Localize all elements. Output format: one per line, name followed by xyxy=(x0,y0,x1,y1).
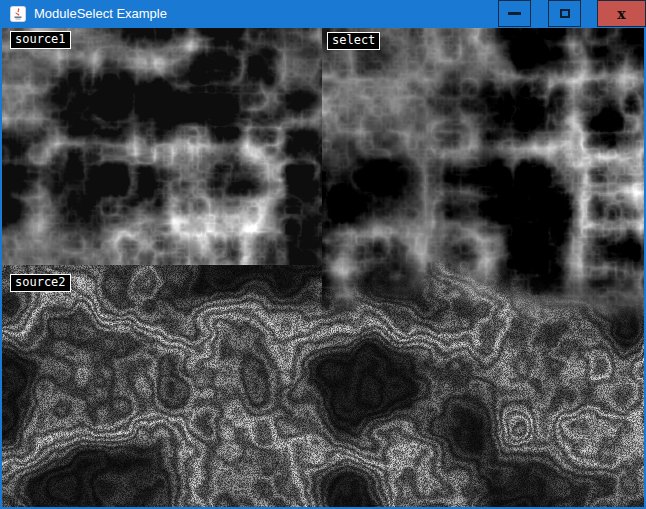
source2-label: source2 xyxy=(10,274,71,292)
select-label: select xyxy=(327,32,380,50)
source1-label: source1 xyxy=(10,31,71,49)
close-button[interactable]: x xyxy=(597,0,646,27)
app-window: ModuleSelect Example x source1 select so… xyxy=(0,0,646,509)
titlebar[interactable]: ModuleSelect Example x xyxy=(0,0,646,28)
minimize-icon xyxy=(508,12,521,15)
maximize-icon xyxy=(560,9,570,18)
close-icon: x xyxy=(617,7,625,21)
window-title: ModuleSelect Example xyxy=(34,0,167,28)
source1-inset-canvas xyxy=(2,28,322,265)
minimize-button[interactable] xyxy=(498,0,531,27)
render-viewport: source1 select source2 xyxy=(2,28,644,507)
java-app-icon xyxy=(10,6,26,22)
maximize-button[interactable] xyxy=(548,0,581,27)
source2-inset-canvas xyxy=(2,265,322,507)
